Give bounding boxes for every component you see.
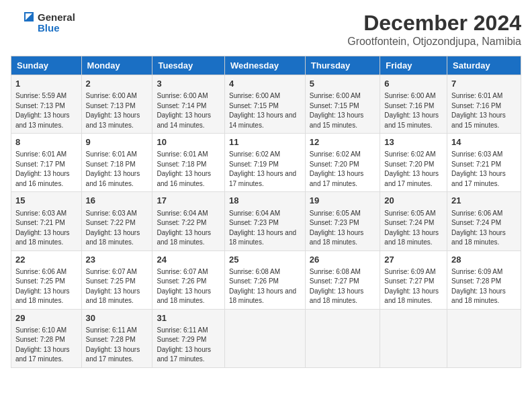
day-number: 23 bbox=[86, 254, 148, 266]
calendar-cell: 15Sunrise: 6:03 AMSunset: 7:21 PMDayligh… bbox=[11, 192, 82, 250]
calendar-cell bbox=[224, 309, 305, 367]
day-number: 16 bbox=[86, 195, 148, 207]
header-tuesday: Tuesday bbox=[152, 56, 225, 75]
cell-content: Sunrise: 6:02 AMSunset: 7:20 PMDaylight:… bbox=[384, 150, 443, 189]
title-area: December 2024 Grootfontein, Otjozondjupa… bbox=[347, 11, 521, 48]
header-wednesday: Wednesday bbox=[224, 56, 305, 75]
calendar-cell: 30Sunrise: 6:11 AMSunset: 7:28 PMDayligh… bbox=[81, 309, 152, 367]
day-number: 30 bbox=[86, 312, 148, 324]
cell-content: Sunrise: 6:02 AMSunset: 7:19 PMDaylight:… bbox=[229, 150, 301, 189]
calendar-cell: 19Sunrise: 6:05 AMSunset: 7:23 PMDayligh… bbox=[305, 192, 380, 250]
calendar-cell: 24Sunrise: 6:07 AMSunset: 7:26 PMDayligh… bbox=[152, 250, 225, 309]
header-monday: Monday bbox=[81, 56, 152, 75]
cell-content: Sunrise: 6:04 AMSunset: 7:22 PMDaylight:… bbox=[157, 209, 220, 248]
logo-general: General bbox=[38, 12, 75, 24]
calendar-cell: 2Sunrise: 6:00 AMSunset: 7:13 PMDaylight… bbox=[81, 75, 152, 134]
day-number: 19 bbox=[310, 195, 376, 207]
calendar-cell: 20Sunrise: 6:05 AMSunset: 7:24 PMDayligh… bbox=[380, 192, 447, 250]
cell-content: Sunrise: 6:00 AMSunset: 7:16 PMDaylight:… bbox=[384, 91, 443, 130]
cell-content: Sunrise: 6:03 AMSunset: 7:21 PMDaylight:… bbox=[15, 209, 77, 248]
logo-svg bbox=[11, 11, 35, 35]
calendar-cell: 27Sunrise: 6:09 AMSunset: 7:27 PMDayligh… bbox=[380, 250, 447, 309]
day-number: 18 bbox=[229, 195, 301, 207]
calendar-cell: 14Sunrise: 6:03 AMSunset: 7:21 PMDayligh… bbox=[447, 134, 521, 192]
calendar-cell: 23Sunrise: 6:07 AMSunset: 7:25 PMDayligh… bbox=[81, 250, 152, 309]
calendar-cell bbox=[380, 309, 447, 367]
calendar-cell: 8Sunrise: 6:01 AMSunset: 7:17 PMDaylight… bbox=[11, 134, 82, 192]
logo: General Blue bbox=[11, 11, 75, 35]
calendar-week-row: 1Sunrise: 5:59 AMSunset: 7:13 PMDaylight… bbox=[11, 75, 521, 134]
day-number: 25 bbox=[229, 254, 301, 266]
day-number: 26 bbox=[310, 254, 376, 266]
day-number: 22 bbox=[15, 254, 77, 266]
calendar-header-row: Sunday Monday Tuesday Wednesday Thursday… bbox=[11, 56, 521, 75]
day-number: 28 bbox=[451, 254, 517, 266]
cell-content: Sunrise: 6:00 AMSunset: 7:15 PMDaylight:… bbox=[310, 91, 376, 130]
calendar-cell: 26Sunrise: 6:08 AMSunset: 7:27 PMDayligh… bbox=[305, 250, 380, 309]
cell-content: Sunrise: 6:01 AMSunset: 7:18 PMDaylight:… bbox=[157, 150, 220, 189]
cell-content: Sunrise: 6:10 AMSunset: 7:28 PMDaylight:… bbox=[15, 326, 77, 365]
calendar-week-row: 15Sunrise: 6:03 AMSunset: 7:21 PMDayligh… bbox=[11, 192, 521, 250]
calendar-body: 1Sunrise: 5:59 AMSunset: 7:13 PMDaylight… bbox=[11, 75, 521, 368]
calendar-cell: 12Sunrise: 6:02 AMSunset: 7:20 PMDayligh… bbox=[305, 134, 380, 192]
cell-content: Sunrise: 6:11 AMSunset: 7:28 PMDaylight:… bbox=[86, 326, 148, 365]
day-number: 17 bbox=[157, 195, 220, 207]
day-number: 1 bbox=[15, 78, 77, 90]
cell-content: Sunrise: 6:07 AMSunset: 7:25 PMDaylight:… bbox=[86, 267, 148, 306]
page-title: December 2024 bbox=[347, 11, 521, 36]
calendar-cell: 5Sunrise: 6:00 AMSunset: 7:15 PMDaylight… bbox=[305, 75, 380, 134]
day-number: 12 bbox=[310, 136, 376, 148]
calendar-cell: 25Sunrise: 6:08 AMSunset: 7:26 PMDayligh… bbox=[224, 250, 305, 309]
calendar-cell: 22Sunrise: 6:06 AMSunset: 7:25 PMDayligh… bbox=[11, 250, 82, 309]
cell-content: Sunrise: 6:07 AMSunset: 7:26 PMDaylight:… bbox=[157, 267, 220, 306]
calendar-week-row: 29Sunrise: 6:10 AMSunset: 7:28 PMDayligh… bbox=[11, 309, 521, 367]
calendar-cell: 3Sunrise: 6:00 AMSunset: 7:14 PMDaylight… bbox=[152, 75, 225, 134]
cell-content: Sunrise: 6:01 AMSunset: 7:16 PMDaylight:… bbox=[451, 91, 517, 130]
calendar-cell: 29Sunrise: 6:10 AMSunset: 7:28 PMDayligh… bbox=[11, 309, 82, 367]
day-number: 11 bbox=[229, 136, 301, 148]
day-number: 4 bbox=[229, 78, 301, 90]
cell-content: Sunrise: 6:01 AMSunset: 7:18 PMDaylight:… bbox=[86, 150, 148, 189]
calendar-week-row: 8Sunrise: 6:01 AMSunset: 7:17 PMDaylight… bbox=[11, 134, 521, 192]
cell-content: Sunrise: 6:06 AMSunset: 7:25 PMDaylight:… bbox=[15, 267, 77, 306]
day-number: 9 bbox=[86, 136, 148, 148]
cell-content: Sunrise: 5:59 AMSunset: 7:13 PMDaylight:… bbox=[15, 91, 77, 130]
day-number: 10 bbox=[157, 136, 220, 148]
day-number: 5 bbox=[310, 78, 376, 90]
cell-content: Sunrise: 6:06 AMSunset: 7:24 PMDaylight:… bbox=[451, 209, 517, 248]
calendar-cell: 7Sunrise: 6:01 AMSunset: 7:16 PMDaylight… bbox=[447, 75, 521, 134]
header-sunday: Sunday bbox=[11, 56, 82, 75]
cell-content: Sunrise: 6:01 AMSunset: 7:17 PMDaylight:… bbox=[15, 150, 77, 189]
calendar-cell bbox=[305, 309, 380, 367]
cell-content: Sunrise: 6:02 AMSunset: 7:20 PMDaylight:… bbox=[310, 150, 376, 189]
cell-content: Sunrise: 6:09 AMSunset: 7:28 PMDaylight:… bbox=[451, 267, 517, 306]
cell-content: Sunrise: 6:05 AMSunset: 7:23 PMDaylight:… bbox=[310, 209, 376, 248]
cell-content: Sunrise: 6:05 AMSunset: 7:24 PMDaylight:… bbox=[384, 209, 443, 248]
calendar-cell: 16Sunrise: 6:03 AMSunset: 7:22 PMDayligh… bbox=[81, 192, 152, 250]
calendar-cell: 10Sunrise: 6:01 AMSunset: 7:18 PMDayligh… bbox=[152, 134, 225, 192]
calendar-cell: 21Sunrise: 6:06 AMSunset: 7:24 PMDayligh… bbox=[447, 192, 521, 250]
header-thursday: Thursday bbox=[305, 56, 380, 75]
cell-content: Sunrise: 6:11 AMSunset: 7:29 PMDaylight:… bbox=[157, 326, 220, 365]
calendar-cell bbox=[447, 309, 521, 367]
day-number: 15 bbox=[15, 195, 77, 207]
day-number: 24 bbox=[157, 254, 220, 266]
page-header: General Blue December 2024 Grootfontein,… bbox=[11, 11, 521, 48]
calendar-week-row: 22Sunrise: 6:06 AMSunset: 7:25 PMDayligh… bbox=[11, 250, 521, 309]
calendar-table: Sunday Monday Tuesday Wednesday Thursday… bbox=[11, 56, 521, 368]
day-number: 7 bbox=[451, 78, 517, 90]
cell-content: Sunrise: 6:00 AMSunset: 7:15 PMDaylight:… bbox=[229, 91, 301, 130]
calendar-cell: 17Sunrise: 6:04 AMSunset: 7:22 PMDayligh… bbox=[152, 192, 225, 250]
cell-content: Sunrise: 6:04 AMSunset: 7:23 PMDaylight:… bbox=[229, 209, 301, 248]
cell-content: Sunrise: 6:03 AMSunset: 7:21 PMDaylight:… bbox=[451, 150, 517, 189]
page-subtitle: Grootfontein, Otjozondjupa, Namibia bbox=[347, 36, 521, 48]
cell-content: Sunrise: 6:00 AMSunset: 7:14 PMDaylight:… bbox=[157, 91, 220, 130]
day-number: 13 bbox=[384, 136, 443, 148]
day-number: 27 bbox=[384, 254, 443, 266]
header-saturday: Saturday bbox=[447, 56, 521, 75]
calendar-cell: 18Sunrise: 6:04 AMSunset: 7:23 PMDayligh… bbox=[224, 192, 305, 250]
calendar-cell: 6Sunrise: 6:00 AMSunset: 7:16 PMDaylight… bbox=[380, 75, 447, 134]
cell-content: Sunrise: 6:03 AMSunset: 7:22 PMDaylight:… bbox=[86, 209, 148, 248]
calendar-cell: 1Sunrise: 5:59 AMSunset: 7:13 PMDaylight… bbox=[11, 75, 82, 134]
cell-content: Sunrise: 6:08 AMSunset: 7:26 PMDaylight:… bbox=[229, 267, 301, 306]
